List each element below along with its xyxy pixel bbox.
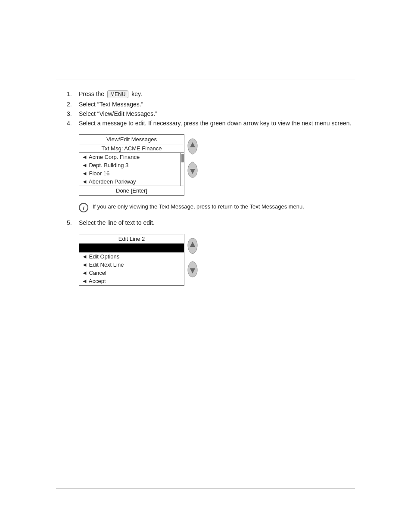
nav-up-arrow-icon	[187, 138, 198, 155]
step-2-num: 2.	[67, 101, 79, 108]
top-rule	[56, 80, 355, 80]
step-1: 1. Press the MENU key.	[67, 90, 355, 98]
screen2-header: Edit Line 2	[79, 234, 184, 244]
screen1-section: View/Edit Messages Txt Msg: ACME Finance…	[79, 134, 355, 196]
screen2-row-3: ◄ Accept	[79, 277, 184, 285]
step-1-text: Press the MENU key.	[79, 90, 355, 98]
menu-key: MENU	[107, 90, 128, 98]
scrollbar-thumb	[181, 154, 184, 162]
screen1-content: ◄ Acme Corp. Finance ◄ Dept. Building 3 …	[79, 153, 181, 186]
step-1-num: 1.	[67, 90, 79, 97]
screen1-nav-arrows	[187, 134, 198, 178]
screen1-row-3: ◄ Aberdeen Parkway	[79, 177, 181, 186]
screen1-box: View/Edit Messages Txt Msg: ACME Finance…	[79, 134, 184, 196]
step-2: 2. Select “Text Messages.”	[67, 101, 355, 108]
screen1-footer: Done [Enter]	[79, 186, 184, 195]
step-5-text: Select the line of text to edit.	[79, 219, 355, 226]
screen2-nav-arrows	[187, 234, 198, 278]
instructions-list: 1. Press the MENU key. 2. Select “Text M…	[67, 90, 355, 127]
nav-down-arrow-icon	[187, 161, 198, 178]
step-3-text: Select “View/Edit Messages.”	[79, 110, 355, 117]
screen1-row-1: ◄ Dept. Building 3	[79, 161, 181, 169]
content-area: 1. Press the MENU key. 2. Select “Text M…	[67, 90, 355, 292]
screen1-scrollbar	[181, 153, 184, 186]
screen1-row-0: ◄ Acme Corp. Finance	[79, 153, 181, 161]
step5-list: 5. Select the line of text to edit.	[67, 219, 355, 226]
nav-up-arrow-2-icon	[187, 237, 198, 255]
step-2-text: Select “Text Messages.”	[79, 101, 355, 108]
step-5-num: 5.	[67, 219, 79, 226]
screen2-section: Edit Line 2 ◄ Edit Options ◄ Edit Next L…	[79, 234, 355, 286]
step-4: 4. Select a message to edit. If necessar…	[67, 120, 355, 127]
step-4-text: Select a message to edit. If necessary, …	[79, 120, 355, 127]
step-1-text-after: key.	[131, 90, 142, 97]
screen2-row-2: ◄ Cancel	[79, 269, 184, 277]
note-row: i If you are only viewing the Text Messa…	[79, 202, 355, 212]
screen2-row-1: ◄ Edit Next Line	[79, 261, 184, 269]
screen2-selected-row	[79, 244, 184, 252]
screen1-subheader: Txt Msg: ACME Finance	[79, 144, 184, 153]
bottom-rule	[56, 488, 355, 489]
info-icon: i	[79, 203, 88, 212]
nav-down-arrow-2-icon	[187, 261, 198, 278]
screen1-row-2: ◄ Floor 16	[79, 169, 181, 177]
step-3-num: 3.	[67, 110, 79, 117]
step-1-text-before: Press the	[79, 90, 104, 97]
step-5: 5. Select the line of text to edit.	[67, 219, 355, 226]
screen1-with-scroll: ◄ Acme Corp. Finance ◄ Dept. Building 3 …	[79, 153, 184, 186]
page-container: 1. Press the MENU key. 2. Select “Text M…	[0, 0, 411, 532]
screen1-header: View/Edit Messages	[79, 135, 184, 144]
step-4-num: 4.	[67, 120, 79, 127]
step-3: 3. Select “View/Edit Messages.”	[67, 110, 355, 117]
note-text: If you are only viewing the Text Message…	[93, 202, 304, 211]
screen2-box: Edit Line 2 ◄ Edit Options ◄ Edit Next L…	[79, 234, 184, 286]
screen2-row-0: ◄ Edit Options	[79, 252, 184, 261]
